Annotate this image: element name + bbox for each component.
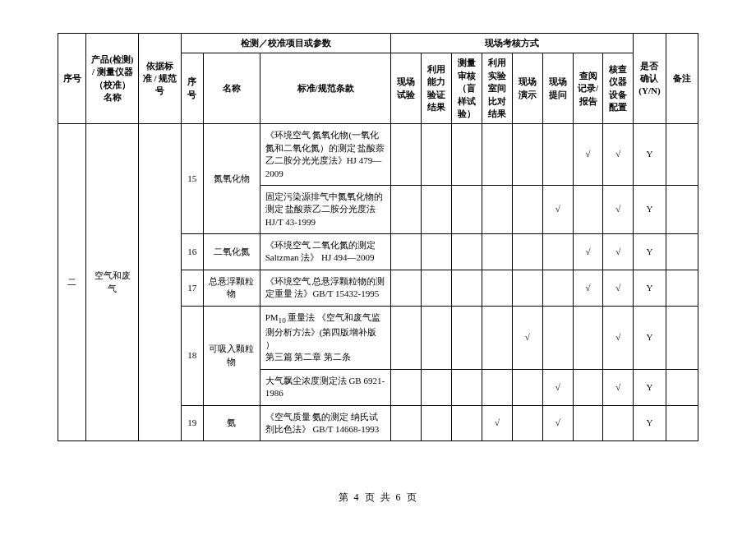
cell-remark [666, 270, 698, 306]
hdr-m6: 现场提问 [542, 53, 573, 124]
cell-m1 [391, 124, 422, 186]
cell-name: 氮氧化物 [203, 124, 260, 234]
hdr-m1: 现场试验 [391, 53, 422, 124]
cell-remark [666, 306, 698, 369]
hdr-basis: 依据标准 / 规范号 [139, 34, 182, 124]
cell-m5 [512, 124, 542, 186]
cell-m3 [452, 270, 482, 306]
cell-m7: √ [573, 270, 603, 306]
cell-m4 [482, 234, 513, 270]
cell-subseq: 18 [181, 306, 203, 405]
cell-m3 [452, 369, 482, 405]
cell-m2 [422, 124, 452, 186]
cell-subseq: 19 [181, 405, 203, 441]
cell-m3 [452, 405, 482, 441]
hdr-product: 产品(检测) / 测量仪器（校准）名称 [86, 34, 139, 124]
cell-confirm: Y [634, 185, 666, 233]
cell-m6 [542, 270, 573, 306]
cell-standard: 大气飘尘浓度测定法 GB 6921-1986 [260, 369, 391, 405]
hdr-m4: 利用实验室间比对结果 [482, 53, 513, 124]
cell-m4 [482, 306, 513, 369]
cell-m3 [452, 124, 482, 186]
assessment-table: 序号 产品(检测) / 测量仪器（校准）名称 依据标准 / 规范号 检测／校准项… [58, 33, 698, 441]
cell-m6: √ [542, 185, 573, 233]
cell-m6 [542, 124, 573, 186]
cell-m5 [512, 405, 542, 441]
cell-m6: √ [542, 369, 573, 405]
cell-m7: √ [573, 234, 603, 270]
cell-m8: √ [603, 124, 634, 186]
cell-m7 [573, 306, 603, 369]
header-row-1: 序号 产品(检测) / 测量仪器（校准）名称 依据标准 / 规范号 检测／校准项… [58, 34, 698, 53]
cell-m6: √ [542, 405, 573, 441]
section-seq: 二 [58, 124, 86, 441]
cell-standard: PM10 重量法 《空气和废气监测分析方法》(第四版增补版 ）第三篇 第二章 第… [260, 306, 391, 369]
cell-m4 [482, 369, 513, 405]
hdr-m8: 核查仪器设备配置 [603, 53, 634, 124]
cell-confirm: Y [634, 405, 666, 441]
cell-subseq: 15 [181, 124, 203, 234]
hdr-m2: 利用能力验证结果 [422, 53, 452, 124]
cell-m8: √ [603, 306, 634, 369]
cell-m8 [603, 405, 634, 441]
cell-m7 [573, 369, 603, 405]
cell-m2 [422, 234, 452, 270]
cell-m3 [452, 234, 482, 270]
cell-standard: 固定污染源排气中氮氧化物的测定 盐酸萘乙二胺分光度法 HJ/T 43-1999 [260, 185, 391, 233]
cell-name: 总悬浮颗粒物 [203, 270, 260, 306]
cell-confirm: Y [634, 270, 666, 306]
cell-remark [666, 405, 698, 441]
cell-m2 [422, 185, 452, 233]
cell-m7: √ [573, 124, 603, 186]
cell-m2 [422, 306, 452, 369]
hdr-site-assess: 现场考核方式 [391, 34, 634, 53]
hdr-m5: 现场演示 [512, 53, 542, 124]
cell-m1 [391, 306, 422, 369]
cell-m1 [391, 185, 422, 233]
cell-m8: √ [603, 369, 634, 405]
cell-remark [666, 369, 698, 405]
cell-m5: √ [512, 306, 542, 369]
hdr-m3: 测量审核（盲样试验） [452, 53, 482, 124]
cell-confirm: Y [634, 124, 666, 186]
cell-m1 [391, 270, 422, 306]
cell-m7 [573, 185, 603, 233]
hdr-subseq: 序号 [181, 53, 203, 124]
cell-m3 [452, 185, 482, 233]
cell-m4 [482, 185, 513, 233]
cell-m1 [391, 369, 422, 405]
cell-m4 [482, 124, 513, 186]
hdr-remark: 备注 [666, 34, 698, 124]
cell-m2 [422, 270, 452, 306]
cell-m2 [422, 369, 452, 405]
cell-confirm: Y [634, 234, 666, 270]
page-footer: 第 4 页 共 6 页 [58, 491, 698, 505]
cell-m1 [391, 405, 422, 441]
hdr-standard: 标准/规范条款 [260, 53, 391, 124]
cell-standard: 《环境空气 二氧化氮的测定 Saltzman 法》 HJ 494—2009 [260, 234, 391, 270]
cell-remark [666, 234, 698, 270]
cell-m3 [452, 306, 482, 369]
cell-m8: √ [603, 270, 634, 306]
cell-m6 [542, 306, 573, 369]
cell-standard: 《环境空气 总悬浮颗粒物的测定重量 法》GB/T 15432-1995 [260, 270, 391, 306]
cell-standard: 《环境空气 氮氧化物(一氧化氮和二氧化氮）的测定 盐酸萘乙二胺分光光度法》HJ … [260, 124, 391, 186]
cell-subseq: 17 [181, 270, 203, 306]
cell-confirm: Y [634, 369, 666, 405]
cell-m8: √ [603, 185, 634, 233]
cell-m6 [542, 234, 573, 270]
cell-name: 氨 [203, 405, 260, 441]
cell-m7 [573, 405, 603, 441]
cell-m5 [512, 234, 542, 270]
hdr-confirm: 是否确认 (Y/N) [634, 34, 666, 124]
cell-m4: √ [482, 405, 513, 441]
section-basis [139, 124, 182, 441]
cell-m1 [391, 234, 422, 270]
table-row: 二空气和废气15氮氧化物《环境空气 氮氧化物(一氧化氮和二氧化氮）的测定 盐酸萘… [58, 124, 698, 186]
cell-m5 [512, 185, 542, 233]
cell-name: 可吸入颗粒物 [203, 306, 260, 405]
hdr-test-params: 检测／校准项目或参数 [181, 34, 391, 53]
cell-confirm: Y [634, 306, 666, 369]
cell-standard: 《空气质量 氨的测定 纳氏试剂比色法》 GB/T 14668-1993 [260, 405, 391, 441]
cell-m5 [512, 270, 542, 306]
